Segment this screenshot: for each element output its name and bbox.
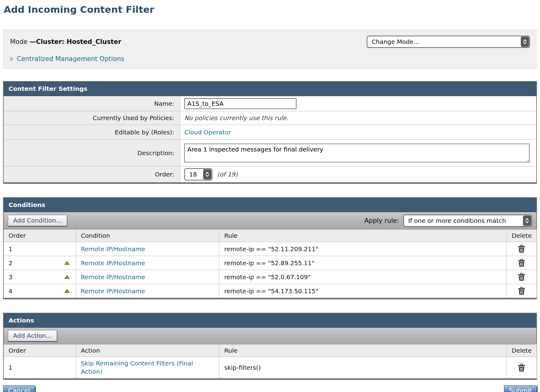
action-row-order: 1 (4, 357, 76, 378)
condition-row-delete (506, 284, 537, 298)
condition-row-rule: remote-ip == "54.173.50.115" (219, 284, 506, 298)
delete-button[interactable] (518, 273, 525, 281)
delete-button[interactable] (518, 364, 525, 372)
name-input[interactable] (184, 98, 297, 109)
mode-panel: Mode —Cluster: Hosted_Cluster Change Mod… (3, 29, 537, 69)
actions-table: Order Action Rule Delete 1 Skip Remainin… (4, 344, 536, 378)
roles-row: Editable by (Roles): Cloud Operator (4, 125, 536, 139)
apply-rule-select-value: If one or more conditions match (408, 217, 523, 224)
conditions-toolbar: Add Condition... Apply rule: If one or m… (4, 212, 536, 230)
mode-text: Mode —Cluster: Hosted_Cluster (10, 38, 121, 45)
trash-icon (518, 259, 525, 267)
order-number: 3 (9, 273, 13, 281)
order-select-value: 18 (189, 171, 203, 178)
action-row-action: Skip Remaining Content Filters (Final Ac… (76, 357, 219, 378)
add-action-button[interactable]: Add Action... (8, 330, 57, 342)
condition-link[interactable]: Remote IP/Hostname (81, 273, 145, 281)
order-number: 4 (9, 287, 13, 295)
action-row-rule: skip-filters() (219, 357, 506, 378)
order-row: Order: 18 (of 19) (4, 166, 536, 182)
select-stepper-icon (523, 216, 531, 226)
action-link[interactable]: Skip Remaining Content Filters (Final Ac… (81, 359, 214, 376)
delete-button[interactable] (518, 287, 525, 295)
trash-icon (518, 364, 525, 372)
conditions-panel-header: Conditions (4, 198, 536, 212)
mode-value: —Cluster: Hosted_Cluster (30, 38, 121, 45)
trash-icon (518, 245, 525, 253)
policies-label: Currently Used by Policies: (4, 111, 180, 125)
submit-button[interactable]: Submit (504, 385, 537, 392)
condition-row-rule: remote-ip == "52.11.209.211" (219, 242, 506, 256)
settings-panel-header: Content Filter Settings (4, 82, 536, 96)
centralized-management-link[interactable]: Centralized Management Options (17, 55, 124, 62)
order-number: 2 (9, 259, 13, 267)
condition-row-rule: remote-ip == "52.89.255.11" (219, 256, 506, 270)
move-up-icon (64, 275, 70, 279)
disclosure-triangle-icon[interactable] (10, 56, 14, 62)
conditions-table: Order Condition Rule Delete 1 Remote IP/… (4, 230, 536, 298)
order-number: 1 (9, 364, 13, 371)
apply-rule-label: Apply rule: (364, 217, 399, 224)
condition-row-condition: Remote IP/Hostname (76, 284, 219, 298)
name-row: Name: (4, 96, 536, 111)
footer: Cancel Submit (3, 385, 537, 392)
select-stepper-icon (203, 169, 211, 180)
add-condition-button[interactable]: Add Condition... (8, 215, 67, 226)
condition-row-delete (506, 270, 537, 284)
change-mode-select[interactable]: Change Mode... (367, 36, 530, 48)
condition-row-condition: Remote IP/Hostname (76, 270, 219, 284)
roles-label: Editable by (Roles): (4, 125, 180, 139)
condition-row-delete (506, 242, 537, 256)
actions-col-action: Action (76, 344, 219, 357)
actions-col-order: Order (4, 344, 76, 357)
condition-row-order: 2 (4, 256, 76, 270)
actions-toolbar: Add Action... (4, 328, 536, 344)
cloud-operator-link[interactable]: Cloud Operator (184, 129, 231, 136)
condition-link[interactable]: Remote IP/Hostname (81, 245, 145, 253)
description-row: Description: Area 1 inspected messages f… (4, 139, 536, 166)
description-textarea[interactable]: Area 1 inspected messages for final deli… (184, 144, 530, 162)
conditions-panel: Conditions Add Condition... Apply rule: … (3, 197, 537, 299)
actions-col-delete: Delete (506, 344, 537, 357)
policies-value: No policies currently use this rule. (184, 114, 288, 122)
move-up-button[interactable] (64, 275, 70, 279)
conditions-col-order: Order (4, 230, 76, 242)
conditions-col-condition: Condition (76, 230, 219, 242)
apply-rule-select[interactable]: If one or more conditions match (403, 215, 532, 227)
move-up-button[interactable] (64, 289, 70, 293)
actions-panel-header: Actions (4, 313, 536, 328)
policies-row: Currently Used by Policies: No policies … (4, 111, 536, 125)
actions-col-rule: Rule (219, 344, 506, 357)
move-up-icon (64, 261, 70, 265)
conditions-col-rule: Rule (219, 230, 506, 242)
content-filter-settings-panel: Content Filter Settings Name: Currently … (3, 81, 537, 184)
trash-icon (518, 273, 525, 281)
move-up-icon (64, 289, 70, 293)
order-select[interactable]: 18 (184, 168, 212, 180)
condition-link[interactable]: Remote IP/Hostname (81, 287, 145, 295)
cancel-button[interactable]: Cancel (3, 385, 35, 392)
condition-row-order: 3 (4, 270, 76, 284)
condition-link[interactable]: Remote IP/Hostname (81, 259, 145, 267)
trash-icon (518, 287, 525, 295)
condition-row-delete (506, 256, 537, 270)
page: Add Incoming Content Filter Mode —Cluste… (0, 0, 540, 392)
order-number: 1 (9, 245, 13, 253)
condition-row-order: 4 (4, 284, 76, 298)
actions-panel: Actions Add Action... Order Action Rule … (3, 313, 537, 380)
order-label: Order: (4, 166, 180, 182)
description-label: Description: (4, 140, 180, 166)
delete-button[interactable] (518, 245, 525, 253)
delete-button[interactable] (518, 259, 525, 267)
condition-row-condition: Remote IP/Hostname (76, 242, 219, 256)
order-total: (of 19) (217, 171, 238, 178)
page-title: Add Incoming Content Filter (4, 4, 537, 15)
conditions-col-delete: Delete (506, 230, 537, 242)
change-mode-select-value: Change Mode... (372, 38, 520, 45)
name-label: Name: (4, 96, 180, 111)
select-stepper-icon (521, 37, 529, 47)
condition-row-rule: remote-ip == "52.0.67.109" (219, 270, 506, 284)
move-up-button[interactable] (64, 261, 70, 265)
condition-row-order: 1 (4, 242, 76, 256)
mode-label: Mode (10, 38, 30, 45)
